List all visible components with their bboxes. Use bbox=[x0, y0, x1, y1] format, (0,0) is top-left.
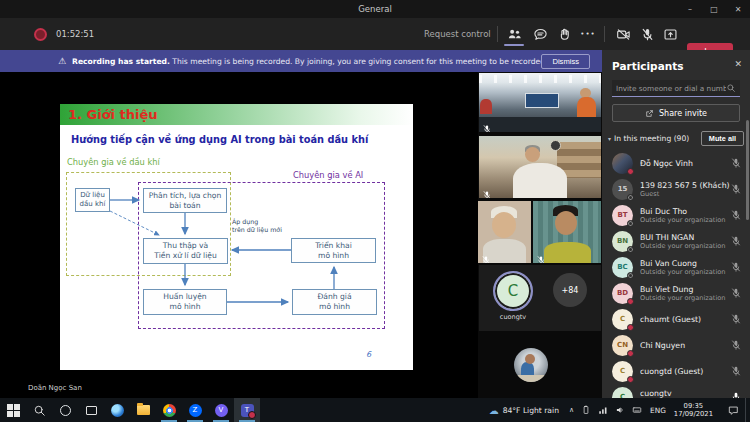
chrome-button[interactable] bbox=[156, 398, 182, 422]
avatar: BC bbox=[612, 257, 633, 278]
in-meeting-count: In this meeting (90) bbox=[614, 134, 689, 143]
share-invite-icon bbox=[645, 109, 654, 118]
show-desktop-button[interactable] bbox=[745, 398, 750, 422]
raise-hand-button[interactable] bbox=[554, 25, 574, 43]
window-title: General bbox=[358, 4, 392, 14]
video-tile-participant[interactable] bbox=[478, 201, 531, 263]
presence-badge bbox=[627, 272, 634, 279]
participant-row[interactable]: BC Bui Van CuongOutside your organizatio… bbox=[602, 254, 750, 280]
teams-icon: T bbox=[241, 404, 254, 417]
video-thumbnail-strip: C cuongtv +84 bbox=[478, 72, 602, 398]
task-view-button[interactable] bbox=[78, 398, 104, 422]
edge-button[interactable] bbox=[104, 398, 130, 422]
video-tile-participant[interactable] bbox=[479, 136, 601, 198]
participant-row[interactable]: 15 139 823 567 5 (Khách) (Guest)Guest bbox=[602, 176, 750, 202]
folder-icon bbox=[137, 405, 150, 415]
warning-icon: ⚠ bbox=[58, 56, 66, 66]
mic-off-icon bbox=[730, 313, 742, 325]
battery-icon[interactable] bbox=[581, 405, 591, 415]
avatar: BD bbox=[612, 283, 633, 304]
share-screen-icon bbox=[663, 27, 678, 42]
divider bbox=[604, 26, 605, 42]
tray-expand-icon[interactable]: ∧ bbox=[569, 406, 574, 414]
share-invite-button[interactable]: Share invite bbox=[612, 104, 740, 122]
video-tile-participant[interactable] bbox=[533, 201, 601, 263]
camera-off-button[interactable] bbox=[613, 25, 633, 43]
self-video-thumbnail[interactable] bbox=[514, 348, 548, 382]
language-indicator[interactable]: ENG bbox=[650, 406, 666, 415]
video-tile-meeting-room[interactable] bbox=[479, 73, 601, 132]
participant-row[interactable]: C cuongtd (Guest) bbox=[602, 358, 750, 384]
mute-all-button[interactable]: Mute all bbox=[701, 131, 744, 146]
chrome-icon bbox=[163, 404, 176, 417]
mic-off-button[interactable] bbox=[637, 25, 657, 43]
participant-row[interactable]: CN Chi Nguyen bbox=[602, 332, 750, 358]
taskbar-search-button[interactable] bbox=[26, 398, 52, 422]
windows-taskbar: Z V T ☁ 84°F Light rain ∧ ENG 09:35 17/0… bbox=[0, 398, 750, 422]
participant-row[interactable]: C chaumt (Guest) bbox=[602, 306, 750, 332]
teams-button[interactable]: T bbox=[234, 398, 260, 422]
task-view-icon bbox=[86, 406, 97, 415]
mic-on-icon bbox=[730, 391, 742, 398]
action-center-button[interactable] bbox=[721, 398, 745, 422]
panel-close-icon[interactable]: ✕ bbox=[734, 59, 742, 69]
participant-row[interactable]: BD Bui Viet DungOutside your organizatio… bbox=[602, 280, 750, 306]
chat-button[interactable] bbox=[530, 25, 550, 43]
arrow-annotation: Áp dụngtrên dữ liệu mới bbox=[232, 218, 292, 233]
close-button[interactable]: ✕ bbox=[726, 0, 750, 18]
ellipsis-icon: ••• bbox=[580, 30, 595, 38]
participant-row[interactable]: BN BUI THI NGANOutside your organization bbox=[602, 228, 750, 254]
weather-widget[interactable]: ☁ 84°F Light rain bbox=[489, 405, 559, 416]
mic-off-icon bbox=[730, 287, 742, 299]
active-speaker-avatar[interactable]: C bbox=[493, 271, 533, 311]
meeting-timer: 01:52:51 bbox=[56, 29, 94, 39]
mic-off-icon bbox=[730, 365, 742, 377]
invite-input[interactable] bbox=[612, 84, 726, 93]
flow-box-evaluate: Đánh giámô hình bbox=[292, 289, 377, 315]
cortana-button[interactable] bbox=[52, 398, 78, 422]
search-icon bbox=[33, 404, 46, 417]
flow-box-train: Huấn luyệnmô hình bbox=[143, 289, 227, 315]
participants-title: Participants bbox=[612, 60, 683, 72]
recording-banner: ⚠ Recording has started. This meeting is… bbox=[0, 50, 602, 72]
network-icon[interactable] bbox=[598, 405, 608, 415]
taskbar-clock[interactable]: 09:35 17/09/2021 bbox=[674, 402, 713, 419]
weather-text: 84°F Light rain bbox=[503, 406, 559, 415]
participant-row[interactable]: C cuongtvOutside your organization bbox=[602, 384, 750, 398]
viber-icon: V bbox=[215, 404, 228, 417]
zalo-button[interactable]: Z bbox=[182, 398, 208, 422]
presentation-slide: 1. Giới thiệu Hướng tiếp cận về ứng dụng… bbox=[60, 104, 413, 370]
more-options-button[interactable]: ••• bbox=[578, 25, 598, 43]
slide-page-number: 6 bbox=[366, 350, 371, 359]
overflow-participants-badge[interactable]: +84 bbox=[553, 273, 587, 307]
avatar: C bbox=[612, 309, 633, 330]
edge-icon bbox=[111, 404, 124, 417]
minimize-button[interactable]: – bbox=[678, 0, 702, 18]
maximize-button[interactable]: □ bbox=[702, 0, 726, 18]
file-explorer-button[interactable] bbox=[130, 398, 156, 422]
scrollbar[interactable] bbox=[746, 120, 749, 220]
participants-toggle-button[interactable] bbox=[504, 25, 524, 43]
presence-badge bbox=[627, 350, 634, 357]
share-screen-button[interactable] bbox=[660, 25, 680, 43]
presence-badge bbox=[627, 324, 634, 331]
banner-message: This meeting is being recorded. By joini… bbox=[172, 57, 541, 66]
speaker-icon[interactable] bbox=[615, 405, 625, 415]
participant-row[interactable]: BT Bui Duc ThoOutside your organization bbox=[602, 202, 750, 228]
start-button[interactable] bbox=[0, 398, 26, 422]
viber-button[interactable]: V bbox=[208, 398, 234, 422]
flow-box-data: Dữ liệudầu khí bbox=[75, 188, 110, 212]
dismiss-button[interactable]: Dismiss bbox=[541, 54, 590, 69]
chevron-down-icon[interactable]: ▾ bbox=[608, 135, 611, 142]
action-center-icon bbox=[728, 405, 739, 416]
camera-off-icon bbox=[616, 27, 631, 42]
avatar bbox=[612, 153, 633, 174]
date: 17/09/2021 bbox=[674, 410, 713, 418]
keyboard-icon[interactable] bbox=[632, 405, 642, 415]
request-control-button[interactable]: Request control bbox=[424, 29, 491, 39]
mic-off-icon bbox=[482, 119, 492, 129]
participant-row[interactable]: Đỗ Ngọc Vinh bbox=[602, 150, 750, 176]
chat-icon bbox=[533, 27, 548, 42]
flow-arrows bbox=[60, 104, 413, 370]
participants-list: Đỗ Ngọc Vinh 15 139 823 567 5 (Khách) (G… bbox=[602, 150, 750, 398]
